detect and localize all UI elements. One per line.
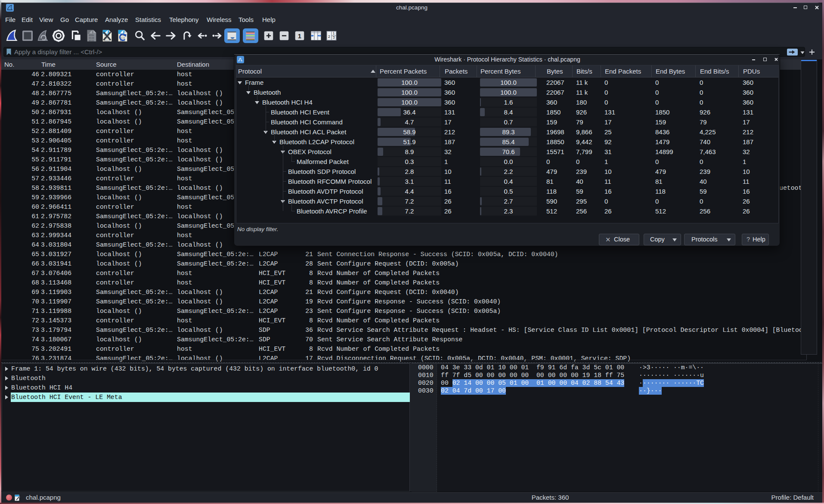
svg-text:1: 1 [298,33,301,40]
svg-text:3: 3 [333,35,335,40]
svg-text:2: 2 [328,34,330,39]
svg-text:0111: 0111 [89,40,94,42]
svg-text:1: 1 [333,31,335,35]
svg-text:0111: 0111 [104,40,110,42]
